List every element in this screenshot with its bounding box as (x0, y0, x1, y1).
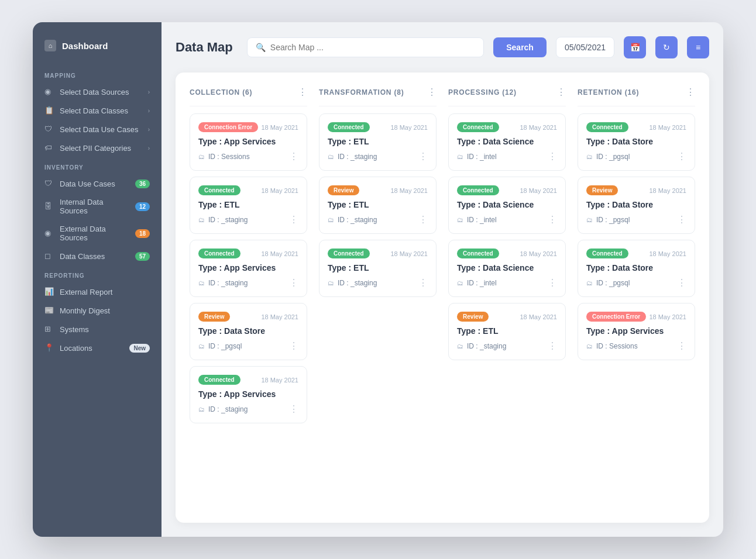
card-bottom: 🗂ID : _staging⋮ (328, 151, 428, 162)
column-title-processing: PROCESSING (12) (448, 88, 517, 96)
sidebar-item-select-data-sources[interactable]: ◉Select Data Sources› (33, 82, 161, 101)
column-menu-collection[interactable]: ⋮ (298, 87, 307, 98)
card-top: Connected18 May 2021 (328, 249, 428, 258)
sidebar-item-monthly-digest[interactable]: 📰Monthly Digest (33, 301, 161, 320)
card-menu-button[interactable]: ⋮ (418, 277, 428, 288)
card-bottom: 🗂ID : _intel⋮ (457, 151, 557, 162)
card-menu-button[interactable]: ⋮ (289, 277, 298, 288)
search-input[interactable] (270, 43, 475, 52)
card-menu-button[interactable]: ⋮ (677, 214, 686, 225)
app-window: ⌂ Dashboard MAPPING◉Select Data Sources›… (33, 22, 723, 537)
search-button[interactable]: Search (493, 37, 547, 57)
card-id-text: ID : Sessions (208, 153, 250, 161)
card-menu-button[interactable]: ⋮ (677, 277, 686, 288)
card-menu-button[interactable]: ⋮ (548, 277, 557, 288)
card-menu-button[interactable]: ⋮ (418, 214, 428, 225)
card-menu-button[interactable]: ⋮ (418, 151, 428, 162)
card-date: 18 May 2021 (261, 250, 298, 257)
home-icon: ⌂ (44, 40, 56, 51)
card-type: Type : ETL (328, 137, 428, 146)
card-menu-button[interactable]: ⋮ (548, 214, 557, 225)
card-menu-button[interactable]: ⋮ (289, 403, 298, 415)
sidebar-item-external-report[interactable]: 📊External Report (33, 282, 161, 301)
card[interactable]: Connected18 May 2021Type : App Services🗂… (190, 366, 307, 423)
card-bottom: 🗂ID : _staging⋮ (328, 214, 428, 225)
card[interactable]: Connected18 May 2021Type : Data Store🗂ID… (578, 240, 695, 297)
card-menu-button[interactable]: ⋮ (289, 151, 298, 162)
folder-icon: 🗂 (586, 280, 593, 287)
card-top: Connected18 May 2021 (198, 185, 298, 195)
sidebar-item-locations[interactable]: 📍LocationsNew (33, 339, 161, 357)
sidebar-item-select-pii-categories[interactable]: 🏷Select PII Categories› (33, 139, 161, 157)
card[interactable]: Connected18 May 2021Type : App Services🗂… (190, 240, 307, 297)
card-menu-button[interactable]: ⋮ (289, 214, 298, 225)
status-badge: Connected (328, 122, 370, 132)
card[interactable]: Connected18 May 2021Type : ETL🗂ID : _sta… (319, 113, 437, 171)
globe-icon: ◉ (44, 229, 54, 238)
status-badge: Review (198, 312, 230, 322)
sidebar-item-select-data-classes[interactable]: 📋Select Data Classes› (33, 101, 161, 120)
status-badge: Review (328, 185, 359, 195)
card-top: Connected18 May 2021 (457, 185, 557, 195)
sidebar-item-select-data-use-cases[interactable]: 🛡Select Data Use Cases› (33, 120, 161, 139)
card-bottom: 🗂ID : _pgsql⋮ (198, 340, 298, 351)
card-menu-button[interactable]: ⋮ (677, 151, 686, 162)
column-menu-transformation[interactable]: ⋮ (427, 87, 437, 98)
card-top: Review18 May 2021 (457, 312, 557, 322)
folder-icon: 🗂 (328, 153, 334, 160)
card-type: Type : Data Store (586, 137, 686, 146)
card-type: Type : Data Science (457, 200, 557, 209)
card-bottom: 🗂ID : _staging⋮ (198, 214, 298, 225)
refresh-icon-button[interactable]: ↻ (655, 36, 678, 58)
card-date: 18 May 2021 (261, 377, 298, 384)
card[interactable]: Connected18 May 2021Type : ETL🗂ID : _sta… (319, 240, 437, 297)
sidebar-item-internal-data-sources[interactable]: 🗄Internal Data Sources12 (33, 193, 161, 220)
sidebar-item-systems[interactable]: ⊞Systems (33, 320, 161, 339)
card-date: 18 May 2021 (649, 187, 686, 194)
column-menu-processing[interactable]: ⋮ (556, 87, 566, 98)
card-top: Connection Error18 May 2021 (586, 312, 686, 322)
card-date: 18 May 2021 (390, 124, 428, 131)
sidebar-item-external-data-sources[interactable]: ◉External Data Sources18 (33, 220, 161, 247)
sidebar-item-data-classes[interactable]: ◻Data Classes57 (33, 247, 161, 265)
card-top: Connection Error18 May 2021 (198, 122, 298, 132)
folder-icon: 🗂 (457, 343, 463, 350)
card-date: 18 May 2021 (390, 187, 428, 194)
card[interactable]: Connected18 May 2021Type : ETL🗂ID : _sta… (190, 177, 307, 234)
card[interactable]: Connection Error18 May 2021Type : App Se… (190, 113, 307, 171)
header: Data Map 🔍 Search 05/05/2021 📅 ↻ ≡ (176, 36, 709, 58)
card-top: Connected18 May 2021 (586, 122, 686, 132)
card-top: Connected18 May 2021 (328, 122, 428, 132)
card-type: Type : ETL (457, 326, 557, 336)
column-menu-retention[interactable]: ⋮ (686, 87, 695, 98)
card[interactable]: Review18 May 2021Type : Data Store🗂ID : … (190, 303, 307, 360)
card[interactable]: Review18 May 2021Type : ETL🗂ID : _stagin… (319, 177, 437, 234)
card[interactable]: Review18 May 2021Type : ETL🗂ID : _stagin… (448, 303, 566, 360)
card-menu-button[interactable]: ⋮ (548, 340, 557, 351)
card-top: Review18 May 2021 (328, 185, 428, 195)
card[interactable]: Connection Error18 May 2021Type : App Se… (578, 303, 695, 360)
card-id: 🗂ID : _staging (198, 216, 248, 224)
card[interactable]: Review18 May 2021Type : Data Store🗂ID : … (578, 177, 695, 234)
sidebar-item-data-use-cases[interactable]: 🛡Data Use Cases36 (33, 174, 161, 193)
card-date: 18 May 2021 (649, 124, 686, 131)
filter-icon-button[interactable]: ≡ (687, 36, 709, 58)
card[interactable]: Connected18 May 2021Type : Data Science🗂… (448, 113, 566, 171)
card-id-text: ID : _pgsql (596, 153, 630, 161)
sidebar-badge: 12 (135, 202, 150, 211)
card-id-text: ID : _intel (467, 279, 497, 287)
card[interactable]: Connected18 May 2021Type : Data Store🗂ID… (578, 113, 695, 171)
calendar-icon-button[interactable]: 📅 (624, 36, 646, 58)
sidebar-badge: 18 (135, 229, 150, 238)
card[interactable]: Connected18 May 2021Type : Data Science🗂… (448, 177, 566, 234)
status-badge: Connected (198, 375, 240, 385)
card-menu-button[interactable]: ⋮ (289, 340, 298, 351)
card-type: Type : Data Store (586, 263, 686, 272)
globe-icon: ◉ (44, 87, 54, 96)
card-menu-button[interactable]: ⋮ (548, 151, 557, 162)
card-menu-button[interactable]: ⋮ (677, 340, 686, 351)
status-badge: Connected (457, 122, 499, 132)
card[interactable]: Connected18 May 2021Type : Data Science🗂… (448, 240, 566, 297)
sidebar: ⌂ Dashboard MAPPING◉Select Data Sources›… (33, 22, 161, 537)
card-type: Type : Data Science (457, 137, 557, 146)
